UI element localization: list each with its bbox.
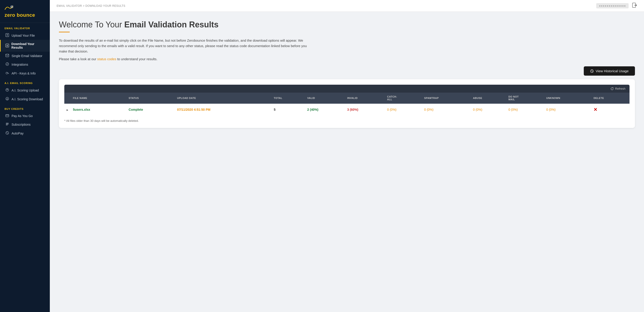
col-catch-all: CATCH-ALL [385, 92, 422, 104]
results-card: Refresh FILE NAME STATUS UPLOAD DATE TOT… [59, 79, 635, 128]
svg-point-7 [7, 90, 8, 90]
email-icon [5, 54, 9, 58]
ai-upload-icon [5, 88, 9, 92]
col-expand [64, 92, 71, 104]
svg-point-9 [7, 98, 8, 99]
table-row: ▶ 5users.xlsx Complete 07/11/2020 4:51:5… [64, 104, 630, 116]
expand-triangle-icon: ▶ [66, 109, 68, 111]
valid-count: 2 (40%) [307, 108, 318, 112]
status-badge: Complete [128, 108, 143, 112]
main-content: Email Validator > Download Your Results … [50, 0, 644, 312]
refresh-label: Refresh [615, 87, 626, 90]
row-spamtrap: 0 (0%) [422, 104, 471, 116]
credit-card-icon [5, 114, 9, 118]
sidebar-item-pay-as-you-go[interactable]: Pay As You Go [0, 112, 50, 120]
sidebar-item-upload-label: Upload Your File [12, 34, 35, 37]
svg-rect-11 [6, 123, 8, 124]
spamtrap-count: 0 (0%) [424, 108, 434, 112]
view-historical-button[interactable]: View Historical Usage [584, 66, 635, 76]
api-key-icon [5, 71, 9, 76]
svg-point-4 [6, 63, 9, 66]
col-total: TOTAL [272, 92, 305, 104]
sidebar-item-download-label: Download Your Results [11, 42, 45, 49]
table-note: * All files older than 30 days will be a… [64, 119, 630, 122]
abuse-count: 0 (0%) [473, 108, 482, 112]
user-info: ●●●●●●●●●●●●●● [596, 3, 628, 8]
sidebar-item-ai-upload-label: A.I. Scoring Upload [12, 88, 39, 92]
delete-button[interactable]: ✕ [594, 107, 597, 112]
row-expand-btn[interactable]: ▶ [64, 104, 71, 116]
row-status: Complete [126, 104, 175, 116]
file-name-link[interactable]: 5users.xlsx [73, 108, 90, 112]
sidebar-item-integrations-label: Integrations [12, 63, 28, 66]
col-do-not-mail: DO NOTMAIL [506, 92, 544, 104]
description-2-suffix: to understand your results. [116, 57, 158, 61]
do-not-mail-count: 0 (0%) [508, 108, 518, 112]
sidebar-section-ai: A.I. Email Scoring A.I. Scoring Upload A… [0, 78, 50, 104]
sidebar-item-api-keys[interactable]: API - Keys & Info [0, 69, 50, 78]
sidebar-item-subscriptions[interactable]: Subscriptions [0, 120, 50, 129]
refresh-button[interactable]: Refresh [610, 87, 626, 90]
sidebar: zero bounce Email Validator Upload Your … [0, 0, 50, 312]
page-title: Welcome To Your Email Validation Results [59, 20, 635, 30]
row-invalid: 3 (60%) [345, 104, 385, 116]
logo-wordmark: zero bounce [4, 12, 35, 18]
sidebar-item-ai-upload[interactable]: A.I. Scoring Upload [0, 86, 50, 95]
sidebar-logo: zero bounce [0, 0, 50, 23]
row-do-not-mail: 0 (0%) [506, 104, 544, 116]
integrations-icon [5, 62, 9, 66]
description-2-prefix: Please take a look at our [59, 57, 97, 61]
page-title-prefix: Welcome To Your [59, 20, 124, 29]
table-header-row: FILE NAME STATUS UPLOAD DATE TOTAL VALID… [64, 92, 630, 104]
col-delete: DELETE [591, 92, 630, 104]
logout-button[interactable] [632, 3, 637, 9]
breadcrumb: Email Validator > Download Your Results [56, 4, 126, 8]
sidebar-item-ai-download[interactable]: A.I. Scoring Download [0, 95, 50, 104]
status-codes-link[interactable]: status codes [97, 57, 116, 61]
sidebar-item-payg-label: Pay As You Go [12, 114, 32, 118]
results-table: FILE NAME STATUS UPLOAD DATE TOTAL VALID… [64, 92, 630, 116]
sidebar-item-ai-download-label: A.I. Scoring Download [12, 97, 43, 101]
row-filename: 5users.xlsx [71, 104, 126, 116]
col-unknown: UNKNOWN [544, 92, 591, 104]
row-upload-date: 07/11/2020 4:51:50 PM [175, 104, 272, 116]
col-status: STATUS [126, 92, 175, 104]
ai-download-icon [5, 97, 9, 101]
svg-rect-13 [6, 125, 8, 125]
upload-icon [5, 33, 9, 38]
subscriptions-icon [5, 122, 9, 126]
download-icon [5, 44, 9, 48]
sidebar-item-integrations[interactable]: Integrations [0, 60, 50, 69]
sidebar-item-download-results[interactable]: Download Your Results [0, 40, 50, 52]
sidebar-section-email-validator: Email Validator Upload Your File Downloa… [0, 23, 50, 78]
view-historical-label: View Historical Usage [596, 69, 628, 73]
row-delete[interactable]: ✕ [591, 104, 630, 116]
svg-rect-3 [6, 54, 9, 57]
sidebar-item-autopay-label: AutoPay [12, 132, 24, 135]
sidebar-item-subscriptions-label: Subscriptions [12, 123, 30, 126]
logo-text: zero bounce [4, 12, 35, 18]
topbar: Email Validator > Download Your Results … [50, 0, 644, 12]
description-2: Please take a look at our status codes t… [59, 56, 308, 62]
sidebar-item-autopay[interactable]: AutoPay [0, 129, 50, 138]
sidebar-item-single-email-label: Single Email Validator [12, 54, 42, 58]
row-catch-all: 0 (0%) [385, 104, 422, 116]
row-abuse: 0 (0%) [471, 104, 506, 116]
row-unknown: 0 (0%) [544, 104, 591, 116]
sidebar-section-label-email: Email Validator [0, 23, 50, 31]
sidebar-item-api-label: API - Keys & Info [12, 72, 36, 75]
sidebar-item-single-email[interactable]: Single Email Validator [0, 52, 50, 60]
content-area: Welcome To Your Email Validation Results… [50, 12, 644, 312]
sidebar-section-label-credits: Buy Credits [0, 104, 50, 112]
title-underline [59, 32, 70, 32]
page-title-bold: Email Validation Results [124, 20, 218, 29]
col-invalid: INVALID [345, 92, 385, 104]
sidebar-section-label-ai: A.I. Email Scoring [0, 78, 50, 86]
sidebar-item-upload-file[interactable]: Upload Your File [0, 31, 50, 40]
col-valid: VALID [305, 92, 345, 104]
table-header-bar: Refresh [64, 85, 630, 92]
svg-point-14 [6, 132, 9, 134]
description-1: To download the results of an e-mail lis… [59, 38, 308, 54]
svg-point-5 [6, 72, 8, 74]
col-filename: FILE NAME [71, 92, 126, 104]
